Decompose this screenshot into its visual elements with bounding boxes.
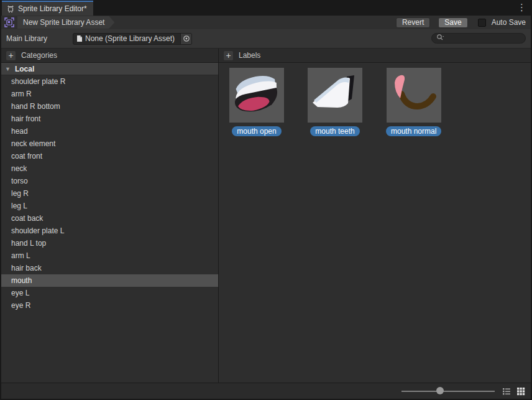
- category-row-label: neck: [11, 164, 27, 173]
- breadcrumb[interactable]: New Sprite Library Asset: [17, 16, 114, 29]
- category-row[interactable]: hair front: [1, 113, 218, 125]
- label-pill[interactable]: mouth teeth: [310, 126, 359, 136]
- category-row[interactable]: arm R: [1, 88, 218, 100]
- category-row[interactable]: eye L: [1, 287, 218, 299]
- category-row[interactable]: eye R: [1, 299, 218, 312]
- category-row-label: leg R: [11, 189, 29, 198]
- main-library-label: Main Library: [6, 34, 73, 43]
- panel-headers: + Categories + Labels: [1, 48, 531, 63]
- category-row-label: arm L: [11, 251, 30, 260]
- category-list: shoulder plate R arm R hand R bottom hai…: [1, 75, 218, 312]
- revert-button[interactable]: Revert: [396, 17, 430, 28]
- auto-save-checkbox[interactable]: [478, 19, 486, 27]
- category-row-label: eye L: [11, 289, 29, 297]
- auto-save-label: Auto Save: [492, 18, 526, 27]
- category-row-label: neck element: [11, 139, 55, 148]
- label-pill[interactable]: mouth open: [232, 126, 281, 136]
- sprite-library-editor-window: Sprite Library Editor* ⋮ New Sprite Libr…: [0, 0, 532, 400]
- category-row-label: eye R: [11, 301, 30, 310]
- foldout-triangle-icon: ▼: [5, 66, 11, 72]
- local-foldout[interactable]: ▼ Local: [1, 63, 218, 75]
- footer-bar: [1, 383, 531, 399]
- label-item: mouth normal: [386, 68, 441, 136]
- sprite-thumbnail-mouth-teeth[interactable]: [308, 68, 362, 123]
- category-row-label: head: [11, 127, 28, 136]
- category-row[interactable]: arm L: [1, 249, 218, 262]
- library-icon: [6, 4, 15, 13]
- category-row[interactable]: hand R bottom: [1, 100, 218, 113]
- local-group-label: Local: [15, 65, 34, 73]
- tab-sprite-library-editor[interactable]: Sprite Library Editor*: [2, 1, 93, 16]
- zoom-slider-track: [401, 391, 495, 392]
- labels-panel: mouth open mouth teeth: [219, 63, 531, 383]
- category-row[interactable]: coat front: [1, 150, 218, 162]
- add-label-button[interactable]: +: [223, 50, 234, 61]
- category-row[interactable]: mouth: [1, 274, 218, 287]
- label-item: mouth teeth: [308, 68, 362, 136]
- category-row[interactable]: neck element: [1, 137, 218, 150]
- labels-header-label: Labels: [239, 51, 260, 60]
- sprite-thumbnail-mouth-open[interactable]: [229, 68, 284, 123]
- category-row-label: coat back: [11, 214, 43, 223]
- tab-title: Sprite Library Editor*: [18, 4, 87, 13]
- category-row-label: shoulder plate L: [11, 226, 64, 235]
- search-icon: [436, 34, 444, 43]
- sprite-thumbnail-mouth-normal[interactable]: [387, 68, 441, 123]
- save-button[interactable]: Save: [438, 17, 467, 28]
- category-row[interactable]: hair back: [1, 262, 218, 274]
- tab-bar: Sprite Library Editor* ⋮: [1, 0, 531, 16]
- category-row-label: hair front: [11, 114, 40, 123]
- category-row[interactable]: shoulder plate L: [1, 225, 218, 237]
- labels-header: + Labels: [219, 49, 260, 62]
- content-area: ▼ Local shoulder plate R arm R hand R bo…: [1, 63, 531, 383]
- category-row[interactable]: head: [1, 125, 218, 137]
- category-row-label: torso: [11, 177, 28, 185]
- search-field[interactable]: [431, 33, 526, 44]
- categories-header-label: Categories: [21, 51, 57, 60]
- breadcrumb-label: New Sprite Library Asset: [23, 18, 104, 27]
- category-row[interactable]: leg L: [1, 200, 218, 212]
- category-row-label: shoulder plate R: [11, 77, 65, 86]
- categories-header: + Categories: [1, 49, 219, 62]
- asset-file-icon: [76, 35, 83, 42]
- zoom-slider[interactable]: [401, 383, 495, 399]
- category-row[interactable]: neck: [1, 162, 218, 175]
- category-row-label: hand L top: [11, 239, 46, 248]
- grid-view-icon[interactable]: [516, 386, 526, 396]
- category-row-label: coat front: [11, 152, 42, 160]
- add-category-button[interactable]: +: [6, 50, 16, 61]
- category-row[interactable]: leg R: [1, 187, 218, 200]
- category-row-label: hand R bottom: [11, 102, 60, 111]
- toolbar: New Sprite Library Asset Revert Save Aut…: [1, 16, 531, 29]
- main-library-row: Main Library None (Sprite Library Asset): [1, 29, 531, 48]
- category-row-label: arm R: [11, 90, 32, 98]
- object-field-value: None (Sprite Library Asset): [85, 34, 180, 43]
- label-pill[interactable]: mouth normal: [386, 126, 441, 136]
- kebab-menu-icon[interactable]: ⋮: [517, 1, 526, 14]
- zoom-slider-thumb[interactable]: [436, 387, 444, 394]
- category-row[interactable]: coat back: [1, 212, 218, 225]
- main-library-object-field[interactable]: None (Sprite Library Asset): [73, 33, 192, 45]
- category-row[interactable]: torso: [1, 175, 218, 187]
- object-picker-icon[interactable]: [180, 34, 191, 44]
- search-input[interactable]: [446, 35, 521, 42]
- category-row-label: leg L: [11, 202, 27, 210]
- category-row[interactable]: hand L top: [1, 237, 218, 249]
- category-row-label: hair back: [11, 264, 42, 272]
- categories-panel: ▼ Local shoulder plate R arm R hand R bo…: [1, 63, 219, 383]
- category-row[interactable]: shoulder plate R: [1, 75, 218, 88]
- list-view-icon[interactable]: [502, 386, 511, 396]
- label-item: mouth open: [229, 68, 284, 136]
- category-row-label: mouth: [11, 276, 32, 285]
- sprite-library-asset-icon: [4, 17, 15, 27]
